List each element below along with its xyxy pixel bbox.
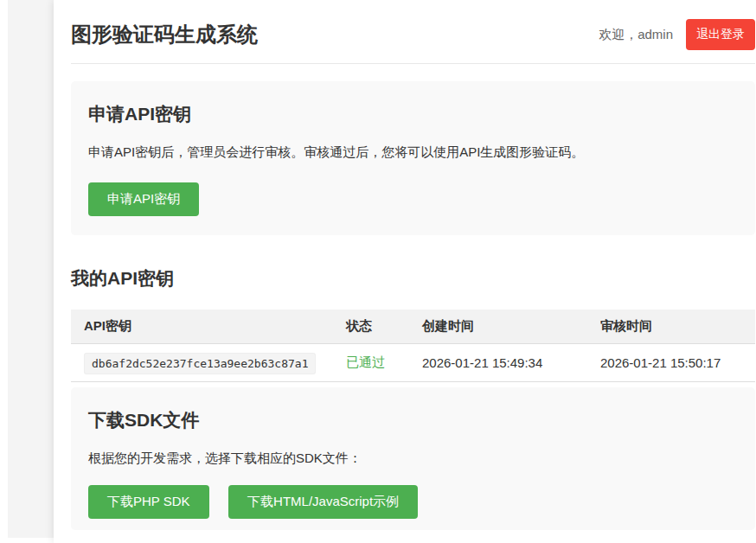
review-time-cell: 2026-01-21 15:50:17: [587, 343, 755, 381]
api-key-value: db6af2dc52e237fce13a9ee2b63c87a1: [84, 353, 316, 374]
created-time-cell: 2026-01-21 15:49:34: [409, 343, 587, 381]
my-api-keys-heading: 我的API密钥: [71, 266, 755, 291]
page-title: 图形验证码生成系统: [71, 21, 258, 48]
download-php-sdk-button[interactable]: 下载PHP SDK: [88, 485, 209, 519]
logout-button[interactable]: 退出登录: [686, 19, 755, 50]
apply-api-key-button[interactable]: 申请API密钥: [88, 182, 199, 216]
welcome-text: 欢迎，admin: [599, 27, 673, 43]
status-badge: 已通过: [333, 343, 409, 381]
table-row: db6af2dc52e237fce13a9ee2b63c87a1 已通过 202…: [71, 343, 755, 381]
api-keys-table: API密钥 状态 创建时间 审核时间 db6af2dc52e237fce13a9…: [71, 310, 755, 382]
download-html-js-example-button[interactable]: 下载HTML/JavaScript示例: [228, 485, 418, 519]
column-header-api-key: API密钥: [71, 310, 333, 344]
column-header-status: 状态: [333, 310, 409, 344]
column-header-review-time: 审核时间: [587, 310, 755, 344]
apply-section-heading: 申请API密钥: [88, 102, 738, 126]
table-header-row: API密钥 状态 创建时间 审核时间: [71, 310, 755, 344]
page-background: [8, 0, 54, 538]
user-info: 欢迎，admin 退出登录: [599, 19, 755, 50]
api-key-cell: db6af2dc52e237fce13a9ee2b63c87a1: [71, 343, 333, 381]
main-container: 图形验证码生成系统 欢迎，admin 退出登录 申请API密钥 申请API密钥后…: [54, 0, 756, 543]
apply-api-key-section: 申请API密钥 申请API密钥后，管理员会进行审核。审核通过后，您将可以使用AP…: [71, 81, 755, 235]
download-sdk-section: 下载SDK文件 根据您的开发需求，选择下载相应的SDK文件： 下载PHP SDK…: [71, 387, 755, 530]
sdk-section-heading: 下载SDK文件: [88, 408, 738, 432]
column-header-created-time: 创建时间: [409, 310, 587, 344]
header: 图形验证码生成系统 欢迎，admin 退出登录: [71, 0, 755, 64]
sdk-buttons-row: 下载PHP SDK 下载HTML/JavaScript示例: [88, 485, 738, 519]
apply-section-description: 申请API密钥后，管理员会进行审核。审核通过后，您将可以使用API生成图形验证码…: [88, 143, 738, 162]
sdk-section-description: 根据您的开发需求，选择下载相应的SDK文件：: [88, 449, 738, 468]
